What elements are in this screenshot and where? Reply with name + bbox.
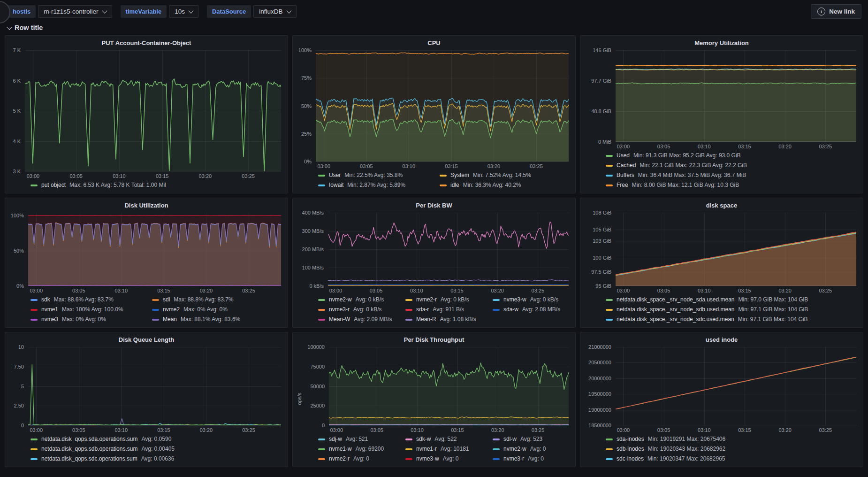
variable-label-hostls[interactable]: hostls: [8, 5, 36, 18]
y-tick-label: 400 MB/s: [302, 210, 324, 215]
legend-series-name[interactable]: sdk-w: [416, 435, 431, 443]
legend-series-name[interactable]: Mean-W: [329, 315, 350, 323]
legend-series-name[interactable]: nvme2: [163, 306, 180, 314]
legend-series-name[interactable]: sdl-w: [503, 435, 517, 443]
panel-title[interactable]: Disk Queue Length: [5, 332, 288, 344]
chart-plot-area[interactable]: [329, 347, 569, 425]
chart-plot-area[interactable]: [316, 50, 569, 162]
legend-series-name[interactable]: sda-inodes: [617, 435, 644, 443]
chart-plot-area[interactable]: [25, 50, 281, 171]
y-tick-label: 103 GiB: [593, 238, 611, 244]
legend-series-name[interactable]: nvme2-r: [329, 455, 350, 463]
panel-title[interactable]: Memory Utilization: [580, 36, 863, 47]
panel-legend: sda-inodesMin: 19019291 Max: 20675406sdb…: [584, 434, 856, 465]
legend-series-name[interactable]: Buffers: [617, 171, 634, 179]
info-icon: i: [817, 8, 825, 15]
legend-color-marker: [30, 185, 38, 186]
legend-series-name[interactable]: sdc-inodes: [617, 455, 644, 463]
legend-series-name[interactable]: put object: [41, 181, 66, 189]
x-tick-label: 03:10: [115, 427, 128, 433]
legend-series-stats: Min: 2.87% Avg: 5.89%: [347, 181, 405, 189]
panel-title[interactable]: PUT Account-Container-Object: [5, 36, 288, 47]
legend-series-name[interactable]: sda-w: [503, 306, 518, 314]
row-toggle[interactable]: Row title: [0, 21, 868, 35]
chart-canvas: [28, 347, 281, 425]
legend-item-sdj-w: sdj-wAvg: 521: [318, 435, 399, 443]
legend-series-name[interactable]: System: [450, 171, 469, 179]
panel-title[interactable]: used inode: [580, 332, 863, 344]
legend-series-name[interactable]: netdata.disk_space._srv_node_sdb.used.me…: [617, 306, 735, 314]
y-tick-label: 300 MB/s: [302, 228, 324, 234]
legend-series-name[interactable]: Iowait: [329, 181, 343, 189]
legend-series-stats: Min: 7.52% Avg: 14.5%: [473, 171, 531, 179]
legend-color-marker: [405, 458, 412, 460]
legend-series-name[interactable]: Cached: [617, 162, 636, 169]
legend-item-sdc-inodes: sdc-inodesMin: 19020347 Max: 20682965: [606, 455, 725, 463]
legend-series-name[interactable]: idle: [450, 181, 459, 189]
legend-series-name[interactable]: netdata.disk_qops.sdb.operations.sum: [41, 445, 137, 453]
legend-series-name[interactable]: nvme3: [41, 315, 58, 323]
legend-series-name[interactable]: netdata.disk_space._srv_node_sda.used.me…: [617, 296, 735, 304]
legend-series-name[interactable]: Mean-R: [416, 315, 436, 323]
legend-series-stats: Min: 97.0 GiB Max: 104 GiB: [739, 296, 808, 304]
legend-series-name[interactable]: netdata.disk_qops.sdc.operations.sum: [41, 455, 137, 463]
legend-series-name[interactable]: Used: [617, 152, 630, 160]
legend-series-stats: Max: 88.1% Avg: 83.6%: [181, 315, 240, 323]
legend-series-name[interactable]: nvme2-r: [416, 296, 437, 304]
chart-plot-area[interactable]: [616, 50, 856, 142]
chart-canvas: [25, 50, 281, 171]
legend-color-marker: [152, 299, 159, 301]
legend-color-marker: [318, 299, 325, 301]
legend-series-name[interactable]: nvme2-w: [503, 445, 526, 453]
legend-series-name[interactable]: netdata.disk_space._srv_node_sdc.used.me…: [617, 315, 734, 323]
legend-series-name[interactable]: nvme1-r: [416, 445, 437, 453]
chart-plot-area[interactable]: [616, 213, 856, 286]
variable-value-text: m-r1z1s5-controller: [44, 8, 98, 15]
legend-series-name[interactable]: sdj-w: [329, 435, 342, 443]
legend-series-stats: Min: 36.4 MiB Max: 37.5 MiB Avg: 36.7 Mi…: [638, 171, 746, 179]
chart-plot-area[interactable]: [28, 347, 281, 425]
legend-series-name[interactable]: Mean: [163, 315, 177, 323]
chart-plot-area[interactable]: [28, 213, 281, 286]
chart-plot-area[interactable]: [616, 347, 856, 425]
panel-title[interactable]: Per Disk BW: [293, 198, 575, 210]
legend-item-sdl: sdlMax: 88.8% Avg: 83.7%: [152, 296, 267, 304]
variable-label-timevariable[interactable]: timeVariable: [121, 5, 167, 18]
legend-series-name[interactable]: sdb-inodes: [617, 445, 644, 453]
panel-title[interactable]: CPU: [293, 36, 575, 47]
legend-item-nvme2-w: nvme2-wAvg: 0 kB/s: [318, 296, 399, 304]
legend-series-name[interactable]: nvme2-w: [329, 296, 352, 304]
y-tick-label: 108 GiB: [593, 210, 611, 215]
legend-series-name[interactable]: nvme3-w: [503, 296, 526, 304]
y-tick-label: 97.7 GiB: [591, 78, 611, 84]
x-tick-label: 03:15: [157, 427, 170, 433]
variable-value-text: 10s: [175, 8, 185, 15]
legend-series-name[interactable]: netdata.disk_qops.sda.operations.sum: [41, 435, 137, 443]
chevron-down-icon: [286, 8, 291, 13]
legend-series-stats: Avg: 0: [530, 445, 546, 453]
legend-series-name[interactable]: nvme1: [41, 306, 58, 314]
variable-label-datasource[interactable]: DataSource: [207, 5, 251, 18]
variable-value-datasource[interactable]: influxDB: [253, 5, 296, 18]
legend-series-name[interactable]: sda-r: [416, 306, 429, 314]
chart-plot-area[interactable]: [328, 213, 569, 286]
legend-series-name[interactable]: nvme3-w: [416, 455, 439, 463]
x-tick-label: 03:00: [617, 288, 630, 293]
legend-series-name[interactable]: Free: [617, 181, 628, 189]
legend-series-name[interactable]: nvme1-w: [329, 445, 352, 453]
legend-series-name[interactable]: nvme3-r: [329, 306, 350, 314]
variable-value-timevariable[interactable]: 10s: [169, 5, 198, 18]
panel-title[interactable]: disk space: [580, 198, 863, 210]
y-tick-label: 50%: [14, 248, 24, 254]
new-link-button[interactable]: i New link: [811, 4, 861, 19]
legend-item-nvme2: nvme2Max: 0% Avg: 0%: [152, 306, 267, 314]
legend-series-name[interactable]: sdk: [41, 296, 50, 304]
variable-value-hostls[interactable]: m-r1z1s5-controller: [38, 5, 112, 18]
panel-title[interactable]: Disk Utilization: [5, 198, 288, 210]
legend-item-sda-w: sda-wAvg: 2.08 MB/s: [493, 306, 573, 314]
panel-title[interactable]: Per Disk Throughput: [293, 332, 575, 344]
legend-series-name[interactable]: nvme3-r: [503, 455, 524, 463]
legend-series-stats: Avg: 1.08 kB/s: [440, 315, 476, 323]
legend-series-name[interactable]: sdl: [163, 296, 170, 304]
legend-series-name[interactable]: User: [329, 171, 341, 179]
